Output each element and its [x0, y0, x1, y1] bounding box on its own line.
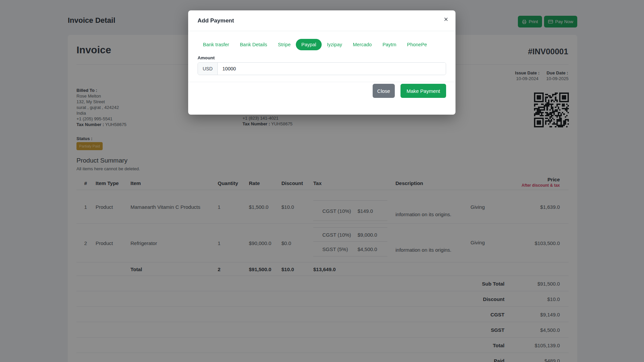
amount-input-group: USD [198, 62, 446, 75]
tab-paytm[interactable]: Paytm [377, 39, 401, 50]
payment-method-tabs: Bank trasfer Bank Details Stripe Paypal … [198, 38, 432, 51]
close-icon[interactable]: × [444, 16, 448, 23]
make-payment-button[interactable]: Make Payment [400, 84, 446, 98]
tab-iyzipay[interactable]: Iyzipay [322, 39, 347, 50]
currency-addon: USD [198, 63, 218, 75]
modal-title: Add Payment [198, 17, 234, 24]
tab-mercado[interactable]: Mercado [347, 39, 377, 50]
tab-paypal[interactable]: Paypal [296, 39, 321, 50]
amount-input[interactable] [218, 63, 446, 75]
amount-label: Amount [198, 55, 215, 60]
tab-stripe[interactable]: Stripe [273, 39, 296, 50]
modal-header: Add Payment × [188, 10, 455, 31]
tab-bank-transfer[interactable]: Bank trasfer [198, 39, 234, 50]
close-button[interactable]: Close [373, 84, 395, 98]
modal-buttons: Close Make Payment [373, 84, 446, 98]
tab-bank-details[interactable]: Bank Details [234, 39, 272, 50]
modal-footer-divider [188, 82, 455, 82]
add-payment-modal: Add Payment × Bank trasfer Bank Details … [188, 10, 455, 115]
tab-phonepe[interactable]: PhonePe [401, 39, 432, 50]
